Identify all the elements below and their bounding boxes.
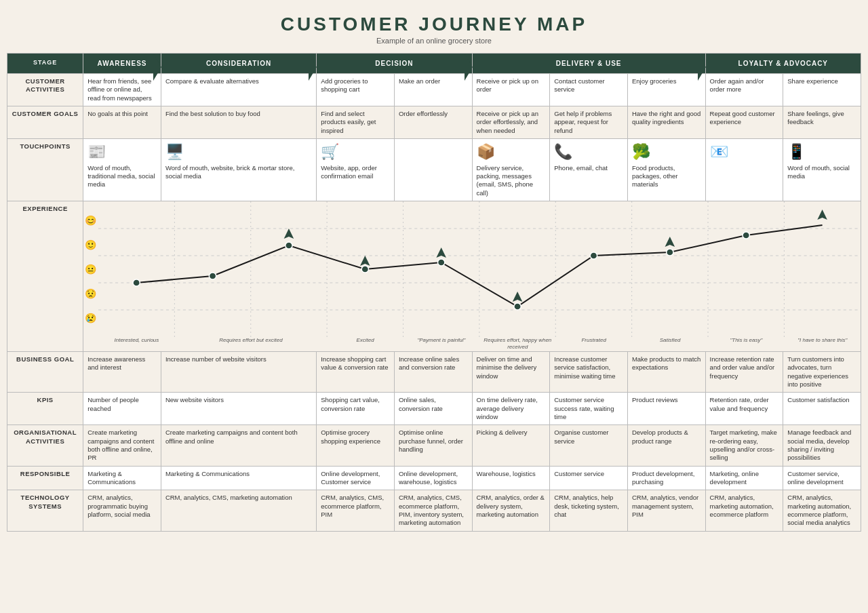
oa-delivery1: Picking & delivery (472, 425, 550, 466)
page: { "title": "CUSTOMER JOURNEY MAP", "subt… (0, 0, 868, 613)
tp-loyalty2: 📱 Word of mouth, social media (783, 139, 861, 201)
oa-consideration: Create marketing campaigns and content b… (161, 425, 316, 466)
cg-delivery2: Get help if problems appear, request for… (550, 106, 628, 139)
emotion-happy: 🙂 (85, 239, 96, 251)
kpi-delivery2: Customer service success rate, waiting t… (550, 393, 628, 425)
tp-decision1-icon: 🛒 (321, 142, 390, 162)
resp-delivery2: Customer service (550, 466, 628, 490)
ca-loyalty1: Order again and/or order more (705, 74, 783, 106)
cg-loyalty2: Share feelings, give feedback (783, 106, 861, 139)
kpi-delivery3: Product reviews (627, 393, 705, 425)
exp-point-delivery3 (590, 252, 597, 259)
exp-point-loyalty1 (667, 249, 673, 256)
tp-delivery2: 📞 Phone, email, chat (550, 139, 628, 201)
stage-header-decision: DECISION (317, 54, 472, 74)
experience-row: EXPERIENCE 😊 🙂 😐 😟 😢 (7, 201, 861, 352)
experience-svg (98, 201, 861, 337)
tp-delivery2-icon: 📞 (554, 142, 623, 162)
resp-awareness: Marketing & Communications (83, 466, 161, 490)
ca-decision2: Make an order (394, 74, 472, 106)
row-label-org-activities: ORGANISATIONAL ACTIVITIES (7, 425, 83, 466)
bg-consideration: Increase number of website visitors (161, 351, 316, 392)
tp-consideration: 🖥️ Word of mouth, website, brick & morta… (161, 139, 316, 201)
row-label-technology: TECHNOLOGY SYSTEMS (7, 490, 83, 531)
resp-decision1: Online development, Customer service (317, 466, 395, 490)
bg-delivery2: Increase customer service satisfaction, … (550, 351, 628, 392)
kpis-row: KPIs Number of people reached New websit… (7, 393, 861, 425)
cg-decision2: Order effortlessly (394, 106, 472, 139)
oa-decision1: Optimise grocery shopping experience (317, 425, 395, 466)
exp-point-decision2 (361, 266, 368, 273)
emotion-label-delivery1: Requires effort, happy when received (479, 337, 555, 351)
emotion-label-delivery3: Satisfied (632, 337, 708, 351)
row-label-business-goal: BUSINESS GOAL (7, 351, 83, 392)
exp-point-decision1 (285, 242, 292, 249)
bg-awareness: Increase awareness and interest (83, 351, 161, 392)
stage-header-awareness: AWARENESS (83, 54, 161, 74)
cg-delivery3: Have the right and good quality ingredie… (627, 106, 705, 139)
oa-loyalty2: Manage feedback and social media, develo… (783, 425, 861, 466)
technology-row: TECHNOLOGY SYSTEMS CRM, analytics, progr… (7, 490, 861, 531)
bg-decision1: Increase shopping cart value & conversio… (317, 351, 395, 392)
exp-pin-share (818, 210, 828, 220)
touchpoints-row: TOUCHPOINTS 📰 Word of mouth, traditional… (7, 139, 861, 201)
kpi-loyalty1: Retention rate, order value and frequenc… (705, 393, 783, 425)
row-label-customer-activities: CUSTOMER ACTIVITIES (7, 74, 83, 106)
kpi-loyalty2: Customer satisfaction (783, 393, 861, 425)
exp-pin-delivery1 (437, 248, 447, 258)
tp-loyalty1-icon: 📧 (710, 142, 779, 162)
oa-delivery3: Develop products & product range (627, 425, 705, 466)
title-section: CUSTOMER JOURNEY MAP Example of an onlin… (7, 7, 861, 47)
tech-delivery3: CRM, analytics, vendor management system… (627, 490, 705, 531)
tp-loyalty1: 📧 (705, 139, 783, 201)
kpi-decision1: Shopping cart value, conversion rate (317, 393, 395, 425)
oa-loyalty1: Target marketing, make re-ordering easy,… (705, 425, 783, 466)
ca-loyalty2: Share experience (783, 74, 861, 106)
emotion-label-delivery2: Frustrated (555, 337, 631, 351)
emotion-label-decision2: "Payment is painful" (403, 337, 479, 351)
tp-consideration-icon: 🖥️ (165, 142, 312, 162)
exp-point-delivery2 (514, 303, 521, 310)
tp-decision2 (394, 139, 472, 201)
tp-delivery3-icon: 🥦 (632, 142, 701, 162)
tp-loyalty2-icon: 📱 (787, 142, 856, 162)
tech-awareness: CRM, analytics, programmatic buying plat… (83, 490, 161, 531)
ca-delivery1: Receive or pick up on order (472, 74, 550, 106)
exp-pin-payment (360, 256, 370, 266)
emotion-label-consideration: Requires effort but excited (175, 337, 328, 351)
subtitle: Example of an online grocery store (7, 37, 861, 45)
bg-delivery1: Deliver on time and minimise the deliver… (472, 351, 550, 392)
stage-header-loyalty: LOYALTY & ADVOCACY (705, 54, 861, 74)
resp-delivery3: Product development, purchasing (627, 466, 705, 490)
tech-decision1: CRM, analytics, CMS, ecommerce platform,… (317, 490, 395, 531)
emotion-label-loyalty2: "I have to share this" (785, 337, 861, 351)
bg-decision2: Increase online sales and conversion rat… (394, 351, 472, 392)
stage-header-row: STAGE AWARENESS CONSIDERATION DECISION D… (7, 54, 861, 74)
emotion-neutral: 😐 (85, 263, 96, 275)
experience-chart-cell: 😊 🙂 😐 😟 😢 (83, 201, 861, 352)
ca-delivery2: Contact customer service (550, 74, 628, 106)
emotion-sad: 😟 (85, 288, 96, 300)
cg-decision1: Find and select products easily, get ins… (317, 106, 395, 139)
stage-header-stage: STAGE (7, 54, 83, 74)
exp-point-delivery1 (438, 259, 445, 266)
journey-table: STAGE AWARENESS CONSIDERATION DECISION D… (7, 53, 861, 532)
tp-awareness-icon: 📰 (87, 142, 157, 162)
tp-delivery1-icon: 📦 (477, 142, 546, 162)
stage-header-consideration: CONSIDERATION (161, 54, 316, 74)
ca-decision1: Add groceries to shopping cart (317, 74, 395, 106)
emotion-label-awareness: Interested, curious (98, 337, 174, 351)
emotion-very-sad: 😢 (85, 312, 96, 324)
tech-loyalty1: CRM, analytics, marketing automation, ec… (705, 490, 783, 531)
tech-loyalty2: CRM, analytics, marketing automation, ec… (783, 490, 861, 531)
customer-goals-row: CUSTOMER GOALS No goals at this point Fi… (7, 106, 861, 139)
row-label-kpis: KPIs (7, 393, 83, 425)
cg-loyalty1: Repeat good customer experience (705, 106, 783, 139)
ca-consideration: Compare & evaluate alternatives (161, 74, 316, 106)
emotion-label-loyalty1: "This is easy" (708, 337, 784, 351)
exp-point-awareness (133, 279, 140, 286)
emotion-very-happy: 😊 (85, 214, 96, 226)
bg-loyalty1: Increase retention rate and order value … (705, 351, 783, 392)
kpi-delivery1: On time delivery rate, average delivery … (472, 393, 550, 425)
tp-decision1: 🛒 Website, app, order confirmation email (317, 139, 395, 201)
